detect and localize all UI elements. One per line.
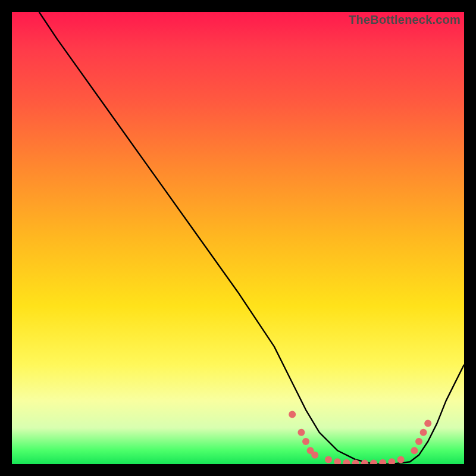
curve-marker (420, 429, 427, 436)
curve-marker (289, 411, 296, 418)
curve-marker (424, 420, 431, 427)
curve-marker (298, 429, 305, 436)
curve-marker (302, 438, 309, 445)
curve-marker (415, 438, 422, 445)
curve-markers (289, 411, 431, 464)
curve-marker (325, 456, 332, 463)
plot-area (12, 12, 464, 464)
curve-marker (411, 447, 418, 454)
curve-marker (397, 456, 405, 463)
curve-marker (361, 460, 368, 465)
curve-marker (311, 452, 318, 459)
curve-layer (12, 12, 464, 464)
curve-marker (334, 458, 341, 464)
curve-marker (343, 459, 350, 464)
chart-frame: TheBottleneck.com (12, 12, 464, 464)
curve-marker (370, 460, 377, 465)
curve-marker (388, 458, 395, 464)
bottleneck-curve (39, 12, 464, 464)
curve-marker (379, 459, 386, 464)
